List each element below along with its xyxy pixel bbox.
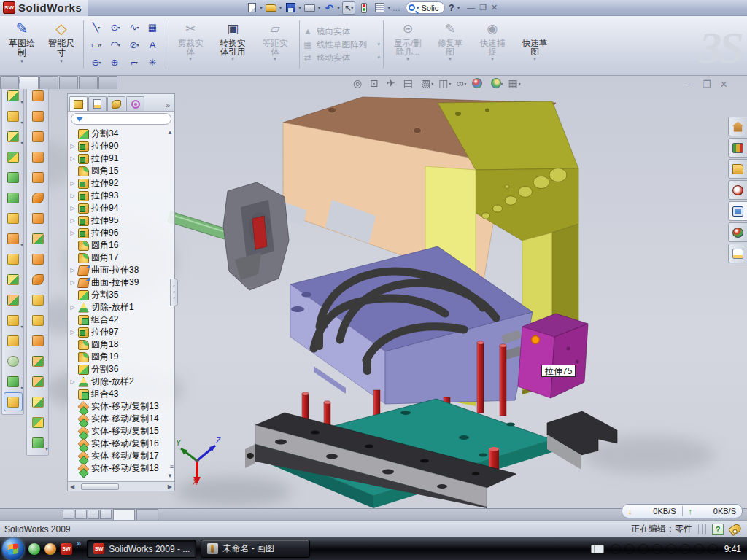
tree-item[interactable]: ▷ 圆角16 [69,239,174,252]
taskbar-task-button[interactable]: SW SolidWorks 2009 - ... [87,540,196,558]
tab-nav-button[interactable] [63,510,74,519]
toolbar-button[interactable] [4,270,23,289]
expand-arrow-icon[interactable]: ▷ [69,230,76,236]
tree-item[interactable]: ▷ 拉伸97 [69,326,174,338]
pane-splitter-handle[interactable]: ‹‹‹ [170,279,178,306]
tree-item[interactable]: ▷ 拉伸91 [69,152,174,165]
restore-button[interactable]: ❐ [479,3,487,12]
status-help-badge[interactable]: ? [712,524,724,535]
task-pane-tab[interactable] [728,244,747,263]
tree-item[interactable]: ▷ 分割36 [69,363,174,376]
expand-arrow-icon[interactable]: ▷ [69,217,76,224]
tray-icon[interactable] [680,544,690,554]
sketch-tool-button[interactable]: ⊘▾ [125,36,144,53]
tag-icon[interactable] [728,522,743,536]
sketch-tool-button[interactable]: A▾ [144,36,163,53]
tray-icon[interactable] [666,544,676,554]
menu-item[interactable] [179,6,197,10]
toolbar-button[interactable] [28,168,47,187]
toolbar-button[interactable] [28,188,47,207]
chevron-down-icon[interactable]: ▾ [387,5,390,11]
command-button[interactable]: ⊝ 显示/删除几... ▾ [387,18,429,71]
command-button[interactable]: ▣ 转换实体引用 ▾ [212,18,254,71]
search-box[interactable]: ▾ Solic [406,1,445,14]
tree-item[interactable]: ▷ 实体-移动/复制16 [69,438,174,450]
task-pane-tab[interactable] [728,138,747,158]
toolbar-button[interactable] [28,413,47,432]
tree-scroll-thumb[interactable]: ≡ [170,463,174,470]
tree-item[interactable]: ▷ 曲面-拉伸38 [69,264,174,276]
toolbar-button[interactable] [28,290,47,309]
command-button[interactable]: ▲ 镜向实体 ▾ [303,26,380,37]
sketch-tool-button[interactable]: ✳▾ [144,53,163,71]
tree-item[interactable]: ▷ 分割34 [69,128,174,140]
sketch-tool-button[interactable]: ⌐▾ [125,53,144,71]
taskbar-clock[interactable]: 9:41 [724,544,741,554]
toolbar-button[interactable] [28,106,47,125]
tree-item[interactable]: ▷ 拉伸90 [69,140,174,152]
menu-item[interactable] [160,6,178,10]
tree-item[interactable]: ▷ 实体-移动/复制13 [69,400,174,413]
minimize-button[interactable]: — [467,3,475,12]
quick-launch-icon[interactable] [28,543,40,555]
sketch-button[interactable]: ✎ 草图绘制 ▾ [3,18,41,71]
part-magenta-block[interactable] [518,314,588,398]
tree-item[interactable]: ▷ 实体-移动/复制15 [69,425,174,438]
tray-icon[interactable] [694,544,704,554]
view-tool-button[interactable]: ∞▾ [456,77,466,89]
tree-scroll-up[interactable]: ▲ [167,129,173,136]
menu-item[interactable] [142,6,159,10]
tree-item[interactable]: ▷ 组合42 [69,314,174,326]
toolbar-button[interactable] [4,106,23,125]
toolbar-button[interactable] [4,392,23,411]
task-pane-tab[interactable] [728,222,747,242]
tree-item[interactable]: ▷ 分割35 [69,289,174,301]
expand-arrow-icon[interactable]: ▷ [69,279,76,286]
expand-arrow-icon[interactable]: ▷ [69,267,76,273]
toolbar-button[interactable] [28,372,47,391]
command-button[interactable]: ◉ 快速捕捉 ▾ [471,18,514,71]
net-speed-widget[interactable]: ↓ 0KB/S ↑ 0KB/S [622,504,743,518]
chevron-down-icon[interactable]: ▾ [318,5,321,11]
toolbar-button[interactable] [28,433,47,452]
sketch-tool-button[interactable]: ◠▾ [106,36,125,53]
view-tool-button[interactable]: ◫▾ [438,77,451,89]
toolbar-overflow[interactable]: … [392,4,400,12]
new-document-button[interactable] [245,2,258,14]
toolbar-button[interactable] [28,249,47,268]
chevron-down-icon[interactable]: ▾ [457,5,460,11]
toolbar-button[interactable] [28,392,47,411]
toolbar-button[interactable] [4,147,23,166]
sketch-tool-button[interactable]: ▭▾ [87,36,106,53]
sketch-tool-button[interactable]: ⊖▾ [87,53,106,71]
ribbon-tab[interactable] [39,76,58,89]
tray-icon[interactable] [708,544,718,554]
task-pane-tab[interactable] [728,159,747,179]
view-tool-button[interactable]: ▾ [490,78,503,88]
tree-item[interactable]: ▷ 组合43 [69,388,174,400]
chevron-down-icon[interactable]: ▾ [351,5,354,11]
command-button[interactable]: ✎ 修复草图 ▾ [429,18,471,71]
chevron-down-icon[interactable]: ▾ [337,5,340,11]
doc-close-button[interactable]: ✕ [720,79,728,90]
view-tool-button[interactable]: ▤▾ [403,77,416,89]
command-button[interactable]: ▦ 线性草图阵列 ▾ [303,39,380,50]
toolbar-button[interactable] [28,229,47,248]
expand-arrow-icon[interactable]: ▷ [69,143,76,149]
tree-item[interactable]: ▷ 圆角17 [69,252,174,264]
tab-feature-manager[interactable] [69,96,88,111]
tray-icon[interactable] [652,544,662,554]
view-tool-button[interactable]: ▦▾ [508,77,521,89]
toolbar-button[interactable] [4,127,23,146]
sketch-tool-button[interactable]: ⊕▾ [106,53,125,71]
expand-arrow-icon[interactable]: ▷ [69,155,76,162]
tab-property-manager[interactable] [88,96,107,111]
view-tool-button[interactable]: ◎▾ [353,77,365,89]
expand-arrow-icon[interactable]: ▷ [69,192,76,199]
tree-item[interactable]: ▷ 实体-移动/复制14 [69,413,174,425]
ribbon-tab[interactable] [98,76,117,89]
doc-restore-button[interactable]: ❐ [703,79,711,90]
tree-horizontal-scrollbar[interactable]: ◀ ▶ [68,481,174,491]
tree-item[interactable]: ▷ 圆角15 [69,165,174,177]
tree-item[interactable]: ▷ 切除-放样2 [69,376,174,388]
